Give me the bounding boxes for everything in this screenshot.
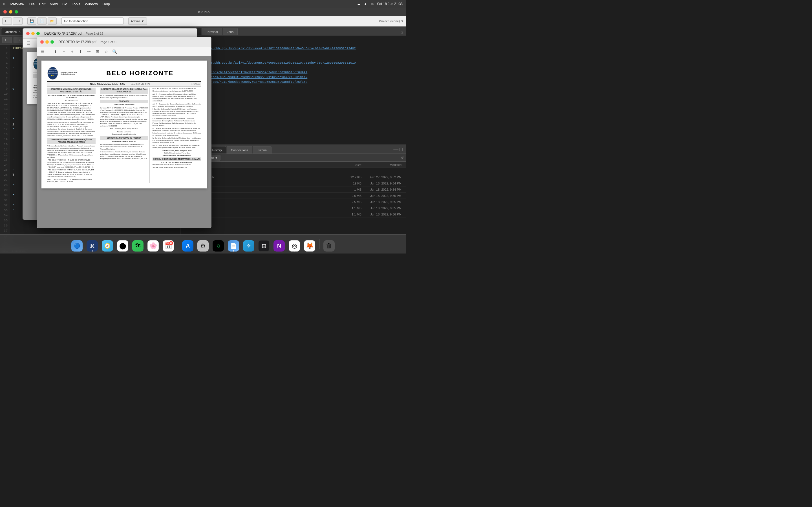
preview-icon: 📄 (228, 240, 239, 251)
dock-item-sysprefs[interactable]: ⚙ (196, 237, 210, 251)
list-item[interactable]: 📄 dom_full_proc.R 2.6 MB Jun 18, 2022, 9… (181, 193, 406, 199)
forward-button[interactable]: ⟶ (13, 17, 22, 25)
menu-help[interactable]: Help (102, 2, 110, 6)
pdf-max-btn[interactable] (36, 32, 40, 35)
menu-file[interactable]: File (29, 2, 35, 6)
maps-icon: 🗺 (132, 240, 144, 251)
list-item[interactable]: 📄 berammings_opt.R 12.2 KB Feb 27, 2022,… (181, 174, 406, 180)
editor-forward-btn[interactable]: ⟶ (13, 37, 23, 43)
tab-tutorial[interactable]: Tutorial (253, 146, 271, 154)
dock: 🔵 R 🧭 ⬤ 🗺 🌸 📅 18 A (0, 234, 406, 253)
back-button[interactable]: ⟵ (2, 17, 12, 25)
minimize-button[interactable] (9, 10, 12, 13)
close-button[interactable] (3, 10, 7, 13)
pdf-page-info-bg: Page 1 of 16 (86, 32, 103, 35)
open-file-button[interactable]: 📂 (48, 17, 57, 25)
pdf-titlebar-front: DECRETO Nº 17.298.pdf Page 1 of 16 (37, 37, 211, 47)
dock-item-finder[interactable]: 🔵 (70, 237, 84, 251)
toolbar-sep-3 (126, 18, 126, 24)
menu-tools[interactable]: Tools (72, 2, 80, 6)
icloud-icon: ☁ (357, 2, 360, 6)
dock-item-chrome[interactable]: ⬤ (116, 237, 130, 251)
line-numbers: 12345 678910 1112131415 1617181920 21222… (0, 45, 10, 248)
chrome2-icon: ◎ (289, 240, 300, 251)
project-label[interactable]: Project: (None) ▼ (379, 19, 404, 23)
file-size: 2.6 MB (339, 194, 361, 198)
pdf-front-share-btn[interactable]: ⬆ (77, 48, 84, 55)
pdf-close-btn[interactable] (26, 32, 30, 35)
svg-text:PREFEITURA: PREFEITURA (48, 69, 57, 70)
pdf-front-max-btn[interactable] (50, 40, 54, 44)
file-modified: Jun 18, 2022, 9:34 PM (361, 188, 404, 191)
dock-item-spotify[interactable]: ♫ (211, 237, 225, 251)
console-expand-icon[interactable]: □ (401, 31, 403, 34)
dock-item-calculator[interactable]: ⊞ (257, 237, 271, 251)
console-icons: — □ (395, 31, 405, 35)
file-size: 1 MB (339, 188, 361, 191)
pdf-sidebar-btn[interactable]: ☰ (25, 40, 32, 47)
pdf-toolbar-front: ☰ ℹ − + ⬆ ✏ ⊞ ◇ 🔍 (37, 47, 211, 56)
list-item[interactable]: 📄 dom_proc.R 2.5 MB Jun 18, 2022, 9:35 P… (181, 199, 406, 205)
save-button[interactable]: 💾 (28, 17, 36, 25)
calendar-icon: 📅 18 (163, 240, 174, 251)
editor-back-btn[interactable]: ⟵ (2, 37, 12, 43)
list-item[interactable]: 📄 dom_scraper2.R 1.1 MB Jun 18, 2022, 9:… (181, 211, 406, 217)
menu-go[interactable]: Go (62, 2, 67, 6)
pdf-front-sidebar-btn[interactable]: ☰ (39, 48, 46, 55)
list-item[interactable]: 📄 dom_scraper.R 1.1 MB Jun 18, 2022, 9:3… (181, 205, 406, 211)
refresh-button[interactable]: ↺ (401, 156, 404, 160)
app-menu-preview[interactable]: Preview (10, 2, 24, 6)
file-size: 1.1 MB (339, 207, 361, 210)
menu-edit[interactable]: Edit (39, 2, 45, 6)
pdf-front-bookmark-btn[interactable]: ◇ (103, 48, 109, 55)
dock-item-appstore[interactable]: A (181, 237, 195, 251)
dock-item-calendar[interactable]: 📅 18 (161, 237, 175, 251)
file-modified: Jun 18, 2022, 9:36 PM (361, 213, 404, 216)
dock-item-safari[interactable]: 🧭 (101, 237, 114, 251)
window-title: RStudio (197, 10, 209, 14)
file-modified: Jun 18, 2022, 9:35 PM (361, 200, 404, 204)
pdf-viewer-front[interactable]: DECRETO Nº 17.298.pdf Page 1 of 16 ☰ ℹ −… (37, 37, 211, 228)
pdf-front-zoom-in-btn[interactable]: + (69, 48, 75, 55)
pdf-front-search-btn[interactable]: 🔍 (111, 48, 118, 55)
console-minimize-icon[interactable]: — (395, 31, 398, 34)
pdf-front-zoom-out-btn[interactable]: − (60, 48, 67, 55)
pdf-front-info-btn[interactable]: ℹ (52, 48, 59, 55)
addins-button[interactable]: Addins ▼ (128, 17, 147, 25)
pdf-min-btn[interactable] (31, 32, 35, 35)
file-modified: Jun 18, 2022, 9:34 PM (361, 182, 404, 185)
dock-item-onenote[interactable]: N (272, 237, 286, 251)
dock-item-telegram[interactable]: ✈ (242, 237, 255, 251)
dock-item-trash[interactable]: 🗑 (322, 237, 336, 251)
maximize-button[interactable] (15, 10, 18, 13)
panel-minimize-icon[interactable]: — (393, 147, 398, 152)
apple-menu[interactable]:  (3, 2, 5, 6)
dock-item-preview[interactable]: 📄 (227, 237, 240, 251)
menu-view[interactable]: View (50, 2, 58, 6)
pdf-bh-title: BELO HORIZONTE (79, 69, 201, 77)
close-tab-untitled5[interactable]: ✕ (18, 30, 21, 33)
dock-item-firefox[interactable]: 🦊 (303, 237, 316, 251)
menu-window[interactable]: Window (85, 2, 98, 6)
new-file-button[interactable]: 📄 (38, 17, 47, 25)
pdf-front-annotate-btn[interactable]: ✏ (86, 48, 93, 55)
window-controls (3, 10, 18, 13)
photos-icon: 🌸 (147, 240, 159, 251)
pdf-front-close-btn[interactable] (40, 40, 44, 44)
dock-item-r[interactable]: R (86, 237, 99, 251)
list-item[interactable]: 📄 dom_data.R 1 MB Jun 18, 2022, 9:34 PM (181, 186, 406, 193)
svg-text:BELO HORIZONTE: BELO HORIZONTE (48, 73, 58, 74)
dock-item-photos[interactable]: 🌸 (146, 237, 160, 251)
tab-terminal[interactable]: Terminal (202, 28, 222, 35)
tab-connections[interactable]: Connections (227, 146, 252, 154)
list-item[interactable]: 📄 berams.R 19 KB Jun 18, 2022, 9:34 PM (181, 180, 406, 186)
list-item[interactable]: 📁 ... (181, 168, 406, 174)
dock-item-maps[interactable]: 🗺 (131, 237, 145, 251)
go-to-file[interactable]: Go to file/function (61, 17, 123, 25)
tab-untitled5[interactable]: Untitled5 ✕ (1, 28, 24, 35)
pdf-front-copy-btn[interactable]: ⊞ (94, 48, 101, 55)
dock-item-chrome2[interactable]: ◎ (288, 237, 301, 251)
tab-jobs[interactable]: Jobs (223, 28, 238, 35)
pdf-front-min-btn[interactable] (45, 40, 49, 44)
panel-expand-icon[interactable]: □ (400, 147, 403, 152)
